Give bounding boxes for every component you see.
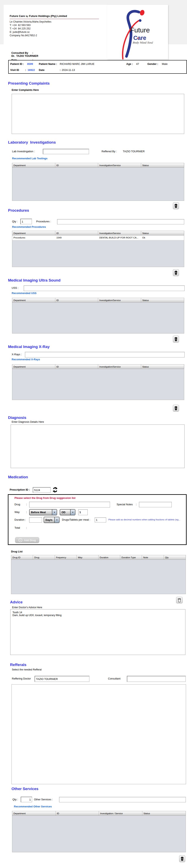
svg-text:↻: ↻ [175, 407, 177, 409]
diagnosis-hint: Enter Diagnosis Details Here [12, 421, 44, 423]
logo-word-future: Future [130, 26, 150, 34]
col-id: ID [56, 811, 99, 815]
referred-by-label: Reffered By : [102, 150, 117, 153]
delete-uss-button[interactable]: ↻ [173, 336, 179, 343]
times-input[interactable] [78, 509, 88, 515]
col-status: Status [141, 298, 184, 302]
drug-label: Drug [14, 503, 20, 506]
company-number: Company No.8417652-2 [10, 34, 51, 37]
company-suffix: Future Holdings (Pty) Limited [29, 14, 67, 18]
col-investigation: Investigation/Service [98, 298, 141, 302]
patient-id-value: 8599 [27, 62, 33, 65]
company-by: by [26, 15, 28, 17]
procedures-qty-input[interactable] [20, 219, 32, 224]
uss-table: Department ID Investigation/Service Stat… [12, 298, 184, 334]
diagnosis-textarea[interactable] [11, 425, 185, 468]
refresh-icon [52, 487, 58, 493]
way-dropdown[interactable]: Before Meal ▼ [29, 509, 57, 515]
col-duration: Duration [99, 555, 120, 559]
col-status: Status [141, 365, 184, 369]
other-qty-input[interactable] [21, 797, 32, 802]
advice-textarea[interactable]: Tooth 14 Dam, build up UD0, toxavit, tem… [10, 609, 185, 655]
lab-table: Department ID Investigation/Service Stat… [12, 163, 184, 201]
xray-input[interactable] [25, 352, 185, 358]
consultant-input[interactable] [127, 676, 186, 682]
recommended-lab-link: Recommended Lab Testings [12, 157, 47, 160]
trash-icon: ↻ [174, 271, 178, 275]
complaints-textarea[interactable] [12, 94, 184, 134]
col-way: Way [77, 555, 98, 559]
col-investigation: Investigation / Service [99, 811, 142, 815]
uss-input[interactable] [24, 285, 185, 291]
future-care-logo-icon: Future Care ♥ Body Mind Soul [107, 5, 168, 60]
add-drug-label: Add Drug [24, 539, 36, 542]
other-services-label: Other Services : [34, 798, 53, 801]
col-status: Status [141, 163, 184, 167]
other-services-table: Department ID Investigation / Service St… [12, 811, 186, 852]
col-investigation: Investigation/Service [98, 231, 141, 235]
visit-id-label: Visit ID [10, 68, 19, 71]
plus-icon: + [18, 538, 22, 542]
referrals-list-box[interactable] [11, 684, 186, 784]
refresh-prescription-button[interactable] [52, 487, 58, 493]
chevron-down-icon: ▼ [54, 517, 59, 523]
laboratory-title: Laboratory Investigations [8, 140, 56, 145]
prescription-id-input[interactable] [33, 487, 51, 493]
table-row[interactable]: Procedures 1549 DENTAL-BUILD-UP FOR ROOT… [12, 236, 184, 240]
patient-name-label: Patient Name : [39, 62, 57, 65]
lab-table-header: Department ID Investigation/Service Stat… [12, 163, 184, 167]
col-note: Note [142, 555, 164, 559]
visit-id-colon: : [25, 68, 26, 71]
chevron-down-icon: ▼ [52, 509, 57, 515]
col-department: Department [12, 365, 55, 369]
trash-icon: ↻ [174, 337, 178, 341]
duration-unit-value: Day/s [44, 517, 54, 523]
col-drug-id: Drug ID [11, 555, 33, 559]
company-phone1: T: +24 82 593 593 [10, 24, 51, 27]
drug-colon: : [26, 503, 27, 506]
special-notes-colon: : [136, 503, 137, 506]
delete-procedures-button[interactable]: ↻ [173, 269, 179, 276]
medication-title: Medication [8, 475, 28, 479]
duration-input[interactable] [29, 517, 42, 523]
xray-table-body [12, 369, 184, 400]
other-services-input[interactable] [59, 797, 186, 802]
cell-investigation: DENTAL-BUILD-UP FOR ROOT CA... [98, 236, 141, 240]
referring-doctor-label: Reffering Doctor [12, 677, 31, 680]
col-id: ID [55, 231, 98, 235]
visit-date-value: 2024-11-13 [62, 68, 75, 71]
patient-name-value: RICHARD MARC JIM LARUE [60, 62, 95, 65]
duration-unit-dropdown[interactable]: Day/s ▼ [44, 517, 60, 523]
col-investigation: Investigation/Service [98, 365, 141, 369]
lab-investigation-input[interactable] [43, 149, 89, 154]
company-phone2: T: +24 84 225 252 [10, 27, 51, 30]
delete-other-services-button[interactable]: ↻ [179, 855, 185, 862]
frequency-dropdown-value: OD [60, 509, 70, 515]
procedures-qty-label: Qty : [12, 220, 17, 223]
referring-doctor-input[interactable] [35, 676, 89, 682]
complaints-hint: Enter Complaints Here [12, 89, 39, 91]
special-notes-label: Special Notes [117, 503, 133, 506]
delete-xray-button[interactable]: ↻ [173, 405, 179, 412]
frequency-dropdown[interactable]: OD ▼ [60, 509, 75, 515]
advice-hint: Enter Doctor's Advice Here [12, 606, 42, 609]
drug-input[interactable] [29, 502, 110, 507]
per-meal-input[interactable] [95, 517, 106, 522]
procedures-table: Department ID Investigation/Service Stat… [12, 231, 184, 267]
add-drug-panel: Please select the Drug from Drug suggess… [8, 494, 187, 545]
delete-lab-button[interactable]: ↻ [173, 203, 179, 209]
other-table-header: Department ID Investigation / Service St… [12, 811, 186, 816]
company-name-line: Future Care by Future Holdings (Pty) Lim… [10, 14, 67, 18]
age-label: Age : [126, 62, 133, 65]
col-drug: Drug [33, 555, 55, 559]
add-drug-button[interactable]: + Add Drug [15, 537, 39, 543]
procedures-input[interactable] [57, 219, 184, 224]
uss-label: USS : [12, 286, 18, 289]
delete-advice-button[interactable] [176, 597, 183, 603]
way-label: Way [14, 510, 20, 514]
col-id: ID [55, 298, 98, 302]
uss-table-header: Department ID Investigation/Service Stat… [12, 298, 184, 303]
special-notes-input[interactable] [139, 502, 172, 507]
other-qty-label: Qty : [12, 798, 18, 801]
cell-status: Ok [141, 236, 184, 240]
